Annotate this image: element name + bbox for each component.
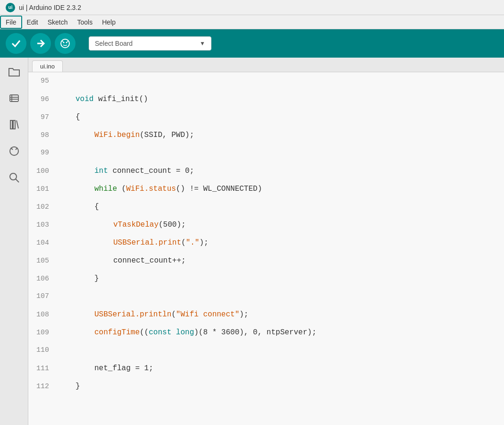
line-number: 111 [28,360,57,378]
line-content[interactable]: USBSerial.print("."); [57,234,504,252]
table-row: 107 [28,288,504,306]
line-number: 95 [28,72,57,90]
sidebar [0,58,28,425]
line-number: 102 [28,198,57,216]
debugger-button[interactable] [55,33,76,54]
upload-button[interactable] [30,33,51,54]
line-number: 105 [28,252,57,270]
table-row: 96void wifi_init() [28,90,504,108]
sidebar-debug-icon[interactable] [6,143,23,160]
table-row: 95 [28,72,504,90]
svg-line-13 [11,148,13,150]
line-number: 109 [28,324,57,342]
board-select[interactable]: Select Board ▼ [89,36,211,51]
board-select-chevron: ▼ [200,40,205,47]
table-row: 97{ [28,108,504,126]
line-content[interactable]: while (WiFi.status() != WL_CONNECTED) [57,180,504,198]
table-row: 109configTime((const long)(8 * 3600), 0,… [28,323,504,341]
svg-rect-11 [13,120,15,129]
table-row: 104USBSerial.print("."); [28,234,504,252]
line-content[interactable]: vTaskDelay(500); [57,216,504,234]
line-number: 98 [28,127,57,144]
line-number: 100 [28,162,57,180]
line-content[interactable]: } [57,377,504,395]
window-title: ui | Arduino IDE 2.3.2 [19,4,81,11]
line-number: 110 [28,341,57,359]
table-row: 98WiFi.begin(SSID, PWD); [28,126,504,144]
table-row: 110 [28,341,504,359]
line-number: 106 [28,270,57,288]
table-row: 111net_flag = 1; [28,359,504,377]
line-content[interactable]: USBSerial.println("Wifi connect"); [57,306,504,323]
titlebar: ui ui | Arduino IDE 2.3.2 [0,0,504,15]
table-row: 106} [28,270,504,288]
table-row: 101while (WiFi.status() != WL_CONNECTED) [28,180,504,198]
main-area: ui.ino 9596void wifi_init()97{98WiFi.beg… [0,58,504,425]
line-number: 108 [28,306,57,324]
menu-sketch[interactable]: Sketch [43,17,73,28]
file-tabs: ui.ino [28,58,504,72]
menu-file[interactable]: File [0,16,22,29]
line-number: 99 [28,144,57,162]
board-select-label: Select Board [95,40,133,47]
line-content[interactable]: configTime((const long)(8 * 3600), 0, nt… [57,323,504,341]
line-number: 96 [28,91,57,109]
svg-line-14 [16,148,17,150]
line-content[interactable]: void wifi_init() [57,90,504,108]
svg-rect-6 [10,95,18,102]
menu-edit[interactable]: Edit [22,17,43,28]
line-number: 104 [28,234,57,252]
sidebar-folder-icon[interactable] [6,63,23,80]
line-number: 107 [28,288,57,306]
table-row: 108USBSerial.println("Wifi connect"); [28,306,504,323]
table-row: 112} [28,377,504,395]
file-tab-ui-ino[interactable]: ui.ino [32,60,63,72]
menu-help[interactable]: Help [97,17,120,28]
editor-area: ui.ino 9596void wifi_init()97{98WiFi.beg… [28,58,504,425]
svg-line-16 [16,179,19,182]
svg-line-4 [62,41,63,42]
svg-line-5 [67,41,68,42]
line-number: 101 [28,180,57,198]
sidebar-board-icon[interactable] [6,90,23,107]
verify-button[interactable] [6,33,26,54]
line-content[interactable]: connect_count++; [57,252,504,270]
table-row: 99 [28,144,504,162]
line-content[interactable]: { [57,108,504,126]
line-content[interactable]: WiFi.begin(SSID, PWD); [57,126,504,144]
table-row: 105connect_count++; [28,252,504,270]
line-content[interactable]: int connect_count = 0; [57,162,504,180]
sidebar-library-icon[interactable] [6,116,23,133]
code-editor[interactable]: 9596void wifi_init()97{98WiFi.begin(SSID… [28,72,504,425]
menu-tools[interactable]: Tools [73,17,98,28]
table-row: 103vTaskDelay(500); [28,216,504,234]
menubar: FileEditSketchToolsHelp [0,15,504,29]
line-number: 103 [28,216,57,234]
app-icon: ui [6,3,15,12]
line-number: 112 [28,378,57,396]
toolbar: Select Board ▼ [0,29,504,58]
svg-point-15 [10,173,17,180]
table-row: 102{ [28,198,504,216]
line-content[interactable]: net_flag = 1; [57,359,504,377]
svg-rect-10 [10,120,12,129]
line-number: 97 [28,109,57,127]
sidebar-search-icon[interactable] [6,169,23,186]
line-content[interactable]: } [57,270,504,288]
line-content[interactable]: { [57,198,504,216]
table-row: 100int connect_count = 0; [28,162,504,180]
